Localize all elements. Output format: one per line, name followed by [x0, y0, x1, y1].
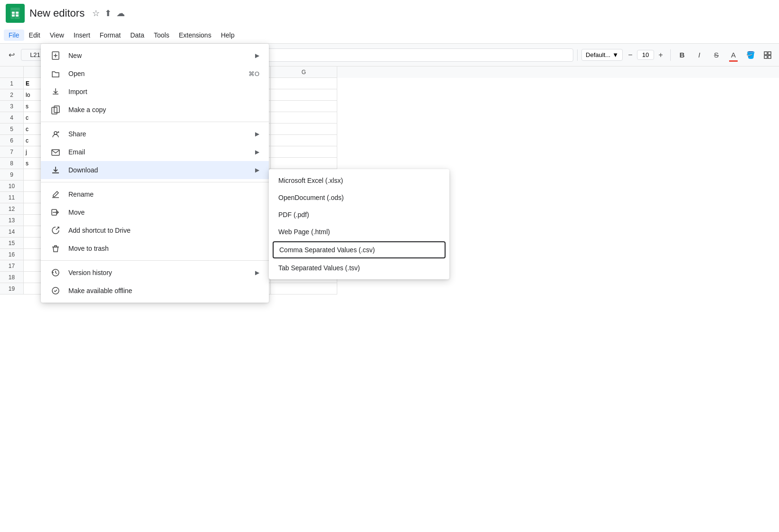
row-header-14: 14 [0, 226, 24, 238]
download-csv-label: Comma Separated Values (.csv) [279, 246, 375, 254]
toolbar-divider-1 [577, 49, 578, 61]
download-xlsx-label: Microsoft Excel (.xlsx) [278, 177, 343, 184]
grid-cell[interactable] [271, 124, 337, 135]
import-icon [50, 86, 61, 97]
menu-option-trash[interactable]: Move to trash [41, 239, 269, 257]
grid-cell[interactable] [271, 78, 337, 89]
rename-icon [50, 189, 61, 200]
file-dropdown-menu: New ▶ Open ⌘O Import Make a copy Share ▶ [41, 44, 269, 303]
new-arrow-icon: ▶ [255, 52, 259, 59]
menu-option-download[interactable]: Download ▶ [41, 161, 269, 179]
trash-icon [50, 243, 61, 254]
menu-item-tools[interactable]: Tools [149, 29, 174, 41]
svg-rect-12 [768, 52, 771, 55]
share-icon [50, 129, 61, 139]
toolbar-divider-2 [670, 49, 671, 61]
download-pdf[interactable]: PDF (.pdf) [269, 206, 449, 223]
font-name: Default... [586, 51, 610, 58]
menu-item-format[interactable]: Format [95, 29, 125, 41]
menu-option-offline-label: Make available offline [68, 287, 259, 294]
download-csv[interactable]: Comma Separated Values (.csv) [273, 241, 446, 258]
font-size-increase[interactable]: + [655, 49, 666, 61]
row-header-18: 18 [0, 272, 24, 283]
menu-item-file[interactable]: File [4, 29, 24, 41]
grid-cell[interactable] [271, 112, 337, 124]
menu-item-data[interactable]: Data [125, 29, 149, 41]
svg-line-22 [57, 133, 58, 133]
cloud-icon[interactable]: ☁ [116, 8, 125, 19]
row-header-12: 12 [0, 203, 24, 215]
copy-icon [50, 104, 61, 115]
download-tsv[interactable]: Tab Separated Values (.tsv) [269, 259, 449, 276]
row-header-17: 17 [0, 260, 24, 272]
font-size-decrease[interactable]: − [625, 49, 636, 61]
menu-option-shortcut[interactable]: Add shortcut to Drive [41, 221, 269, 239]
email-arrow-icon: ▶ [255, 149, 259, 155]
open-shortcut: ⌘O [248, 70, 259, 77]
grid-cell[interactable] [271, 283, 337, 294]
row-header-5: 5 [0, 124, 24, 135]
divider-3 [41, 260, 269, 261]
menu-item-extensions[interactable]: Extensions [174, 29, 216, 41]
open-icon [50, 68, 61, 79]
email-icon [50, 147, 61, 157]
row-header-6: 6 [0, 135, 24, 146]
menu-item-edit[interactable]: Edit [24, 29, 45, 41]
row-header-2: 2 [0, 89, 24, 101]
save-to-drive-icon[interactable]: ⬆ [104, 8, 112, 19]
star-icon[interactable]: ☆ [92, 8, 100, 19]
menu-option-offline[interactable]: Make available offline [41, 282, 269, 300]
menu-item-help[interactable]: Help [216, 29, 239, 41]
menu-option-share-label: Share [68, 130, 247, 138]
offline-icon [50, 285, 61, 296]
menu-item-insert[interactable]: Insert [69, 29, 95, 41]
row-header-11: 11 [0, 192, 24, 203]
menu-option-import[interactable]: Import [41, 83, 269, 101]
menu-option-copy[interactable]: Make a copy [41, 101, 269, 119]
row-header-16: 16 [0, 249, 24, 260]
download-html[interactable]: Web Page (.html) [269, 223, 449, 240]
menu-option-move-label: Move [68, 209, 259, 216]
fill-color-button[interactable]: 🪣 [743, 48, 758, 63]
download-xlsx[interactable]: Microsoft Excel (.xlsx) [269, 172, 449, 189]
grid-cell[interactable] [271, 101, 337, 112]
strikethrough-button[interactable]: S [709, 48, 724, 63]
download-submenu: Microsoft Excel (.xlsx) OpenDocument (.o… [269, 169, 449, 279]
menu-option-rename[interactable]: Rename [41, 185, 269, 203]
row-header-9: 9 [0, 169, 24, 180]
move-icon [50, 207, 61, 218]
font-dropdown-icon: ▼ [612, 51, 618, 58]
menu-option-version-history[interactable]: Version history ▶ [41, 264, 269, 282]
italic-button[interactable]: I [692, 48, 707, 63]
svg-point-20 [54, 132, 57, 134]
menu-option-email[interactable]: Email ▶ [41, 143, 269, 161]
new-icon [50, 50, 61, 61]
row-header-7: 7 [0, 146, 24, 158]
svg-rect-13 [764, 56, 767, 58]
grid-cell[interactable] [271, 146, 337, 158]
row-header-13: 13 [0, 215, 24, 226]
download-ods[interactable]: OpenDocument (.ods) [269, 189, 449, 206]
font-color-button[interactable]: A [726, 48, 741, 63]
borders-button[interactable] [760, 48, 775, 63]
menu-item-view[interactable]: View [45, 29, 69, 41]
menu-option-move[interactable]: Move [41, 203, 269, 221]
svg-rect-7 [12, 12, 15, 14]
grid-cell[interactable] [271, 158, 337, 169]
svg-point-21 [58, 132, 59, 133]
font-size-input[interactable] [637, 50, 654, 60]
menu-option-shortcut-label: Add shortcut to Drive [68, 227, 259, 234]
undo-button[interactable]: ↩ [4, 48, 19, 63]
svg-rect-10 [16, 14, 19, 17]
version-history-icon [50, 267, 61, 278]
menu-option-open[interactable]: Open ⌘O [41, 65, 269, 83]
shortcut-icon [50, 225, 61, 236]
font-selector[interactable]: Default... ▼ [581, 49, 623, 61]
grid-cell[interactable] [271, 135, 337, 146]
menu-option-rename-label: Rename [68, 190, 259, 198]
grid-cell[interactable] [271, 89, 337, 101]
bold-button[interactable]: B [674, 48, 690, 63]
menu-option-new[interactable]: New ▶ [41, 47, 269, 65]
menu-option-share[interactable]: Share ▶ [41, 125, 269, 143]
title-bar: New editors ☆ ⬆ ☁ [0, 0, 779, 27]
